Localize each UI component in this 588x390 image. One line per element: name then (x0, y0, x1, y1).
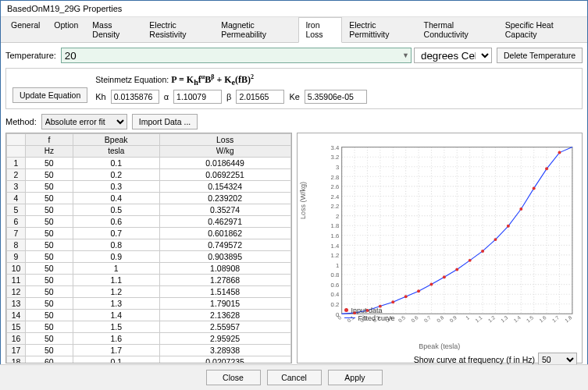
svg-text:2.6: 2.6 (330, 184, 339, 191)
svg-point-88 (519, 207, 522, 211)
tab-thermal-conductivity[interactable]: Thermal Conductivity (417, 17, 498, 42)
svg-text:0.8: 0.8 (435, 314, 444, 323)
ke-label: Ke (289, 92, 299, 101)
table-row[interactable]: 9500.90.903895 (7, 251, 291, 263)
chart-legend: Input data Fitted curve (344, 307, 395, 322)
svg-point-91 (558, 151, 561, 154)
svg-text:3.4: 3.4 (330, 144, 339, 151)
update-equation-button[interactable]: Update Equation (12, 87, 87, 103)
svg-rect-74 (341, 147, 572, 314)
temperature-input[interactable] (61, 48, 412, 63)
table-row[interactable]: 8500.80.749572 (7, 239, 291, 251)
chevron-down-icon[interactable]: ▼ (402, 51, 409, 59)
beta-input[interactable] (236, 90, 284, 104)
svg-point-80 (417, 290, 420, 293)
svg-text:2.2: 2.2 (330, 204, 339, 211)
tab-electric-resistivity[interactable]: Electric Resistivity (142, 17, 214, 42)
svg-text:0.6: 0.6 (330, 282, 339, 289)
table-row[interactable]: 105011.08908 (7, 263, 291, 275)
table-row[interactable]: 18600.10.0207235 (7, 356, 291, 364)
svg-text:1.2: 1.2 (486, 314, 496, 323)
svg-text:0.5: 0.5 (397, 314, 406, 323)
svg-text:0.7: 0.7 (422, 314, 432, 323)
method-select[interactable]: Absolute error fit (41, 114, 127, 129)
svg-text:1: 1 (464, 314, 470, 321)
kh-input[interactable] (111, 90, 159, 104)
svg-text:3: 3 (336, 164, 339, 171)
svg-point-87 (506, 225, 509, 228)
svg-text:1.8: 1.8 (330, 223, 339, 230)
table-row[interactable]: 14501.42.13628 (7, 310, 291, 321)
table-row[interactable]: 3500.30.154324 (7, 181, 291, 193)
tab-magnetic-permeability[interactable]: Magnetic Permeability (214, 17, 298, 42)
svg-point-86 (494, 239, 497, 242)
dialog-button-bar: Close Cancel Apply (0, 364, 588, 390)
svg-text:2.4: 2.4 (330, 193, 339, 200)
svg-text:1.4: 1.4 (512, 314, 522, 323)
data-table[interactable]: fBpeakLossHzteslaW/kg1500.10.01864492500… (5, 133, 292, 363)
svg-point-81 (429, 283, 433, 286)
svg-point-82 (442, 276, 445, 279)
svg-text:1.2: 1.2 (330, 253, 339, 260)
svg-text:1.8: 1.8 (563, 314, 572, 323)
delete-temperature-button[interactable]: Delete Temperature (497, 48, 583, 63)
svg-text:2: 2 (336, 213, 339, 220)
table-row[interactable]: 11501.11.27868 (7, 275, 291, 286)
steinmetz-formula: P = KhfαBβ + Ke(fB)2 (171, 74, 254, 85)
kh-label: Kh (95, 92, 105, 101)
tab-mass-density[interactable]: Mass Density (85, 17, 142, 42)
svg-text:1: 1 (336, 262, 339, 269)
beta-label: β (226, 92, 231, 101)
table-row[interactable]: 17501.73.28938 (7, 345, 291, 356)
table-row[interactable]: 7500.70.601862 (7, 228, 291, 239)
svg-text:1.6: 1.6 (330, 232, 339, 239)
steinmetz-label: Steinmetz Equation: (95, 75, 169, 84)
alpha-label: α (164, 92, 169, 101)
window-title: BasedOnM19_29G Properties (1, 1, 587, 17)
svg-text:0.8: 0.8 (330, 272, 339, 279)
show-curve-label: Show curve at frequency (f in Hz) (414, 355, 535, 364)
svg-text:1.6: 1.6 (538, 314, 547, 323)
tab-iron-loss[interactable]: Iron Loss (298, 17, 342, 43)
svg-point-83 (455, 268, 458, 271)
table-row[interactable]: 16501.62.95925 (7, 333, 291, 345)
tab-specific-heat-capacity[interactable]: Specific Heat Capacity (498, 17, 584, 42)
cancel-button[interactable]: Cancel (267, 370, 322, 385)
svg-text:1.5: 1.5 (525, 314, 534, 323)
close-button[interactable]: Close (206, 370, 261, 385)
svg-point-85 (481, 250, 484, 253)
temperature-unit-select[interactable]: degrees Celsius (414, 48, 492, 63)
tab-panel-ironloss: Temperature: ▼ degrees Celsius Delete Te… (1, 43, 587, 368)
svg-text:1.7: 1.7 (551, 314, 560, 323)
tab-option[interactable]: Option (47, 17, 85, 42)
table-row[interactable]: 4500.40.239202 (7, 193, 291, 204)
ke-input[interactable] (305, 90, 367, 104)
chart-panel: Loss (W/kg) 00.20.40.60.811.21.41.61.822… (297, 133, 583, 363)
table-row[interactable]: 5500.50.35274 (7, 204, 291, 216)
table-row[interactable]: 13501.31.79015 (7, 298, 291, 310)
svg-text:3.2: 3.2 (330, 154, 339, 161)
svg-text:1.4: 1.4 (330, 243, 339, 250)
table-row[interactable]: 2500.20.0692251 (7, 169, 291, 181)
svg-point-78 (391, 301, 394, 304)
tab-strip: GeneralOptionMass DensityElectric Resist… (1, 17, 587, 43)
svg-text:0.4: 0.4 (330, 292, 339, 299)
svg-text:2.8: 2.8 (330, 174, 339, 181)
tab-electric-permittivity[interactable]: Electric Permittivity (342, 17, 416, 42)
table-row[interactable]: 12501.21.51458 (7, 286, 291, 298)
tab-general[interactable]: General (4, 17, 47, 42)
svg-point-79 (404, 296, 407, 299)
chart-ylabel: Loss (W/kg) (299, 182, 307, 219)
table-row[interactable]: 6500.60.462971 (7, 216, 291, 228)
alpha-input[interactable] (173, 90, 222, 104)
apply-button[interactable]: Apply (328, 370, 383, 385)
import-data-button[interactable]: Import Data ... (132, 114, 198, 129)
temperature-label: Temperature: (5, 51, 56, 60)
svg-text:0.9: 0.9 (448, 314, 458, 323)
svg-text:1.3: 1.3 (499, 314, 508, 323)
svg-point-89 (532, 187, 535, 190)
table-row[interactable]: 1500.10.0186449 (7, 158, 291, 169)
table-row[interactable]: 15501.52.55957 (7, 321, 291, 333)
method-label: Method: (5, 117, 37, 126)
svg-point-90 (545, 168, 548, 171)
